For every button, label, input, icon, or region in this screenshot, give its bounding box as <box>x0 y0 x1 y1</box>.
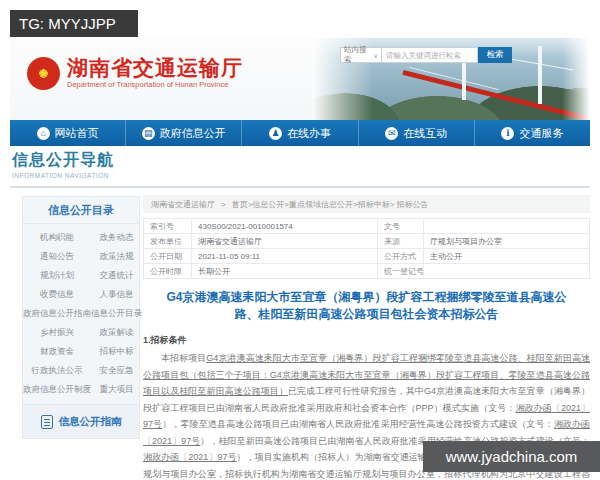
breadcrumb-separator: > <box>221 200 226 209</box>
info-icon: ℹ <box>501 127 514 140</box>
meta-label: 文号 <box>378 219 424 234</box>
chevron-down-icon: ∨ <box>374 52 378 59</box>
info-directory-sidebar: 信息公开目录 机构职能 政务动态 通知公告 政策法规 规划计划 交通统计 收费信… <box>22 196 140 408</box>
sidebar-item-gov-news[interactable]: 政务动态 <box>91 228 142 247</box>
article-section-heading: 1.招标条件 <box>143 334 590 347</box>
meta-label: 统一登记号 <box>378 264 424 279</box>
nav-item-interaction[interactable]: ✉ 在线互动 <box>358 120 474 146</box>
sidebar-item-fees[interactable]: 收费信息 <box>23 285 91 304</box>
nav-item-home[interactable]: ⌂ 网站首页 <box>10 120 125 146</box>
sidebar-item-disclosure-guide[interactable]: 政府信息公开指南 <box>23 304 91 323</box>
sidebar-item-disclosure-directory[interactable]: 信息公开目录 <box>91 304 142 323</box>
info-nav-title-en: INFORMATION NAVIGATION <box>12 172 114 179</box>
sidebar-item-fiscal-funds[interactable]: 财政资金 <box>23 342 91 361</box>
nav-label: 交通服务 <box>519 126 563 141</box>
person-icon: ♟ <box>269 127 282 140</box>
chat-icon: ✉ <box>385 127 398 140</box>
org-name-cn: 湖南省交通运输厅 <box>67 56 243 80</box>
meta-label: 公开方式 <box>378 249 424 264</box>
sidebar-item-policies[interactable]: 政策法规 <box>91 247 142 266</box>
info-nav-heading: 信息公开导航 INFORMATION NAVIGATION <box>12 150 114 179</box>
table-row: 公开时限 长期公开 统一登记号 <box>144 264 590 279</box>
search-input[interactable] <box>382 47 478 63</box>
org-name-en: Department of Transportation of Hunan Pr… <box>67 80 243 90</box>
nav-label: 在线互动 <box>403 126 447 141</box>
meta-value-source: 厅规划与项目办公室 <box>424 234 590 249</box>
nav-item-traffic-service[interactable]: ℹ 交通服务 <box>474 120 590 146</box>
meta-label: 来源 <box>378 234 424 249</box>
sidebar-item-disclosure-system[interactable]: 政府信息公开制度 <box>23 380 91 399</box>
site-search: 站内搜索 ∨ 检索 <box>340 47 512 63</box>
doc-number-link[interactable]: 湘政办函〔2021〕97号 <box>143 452 237 462</box>
telegram-watermark: TG: MYYJJPP <box>10 10 138 37</box>
meta-label: 公开时限 <box>144 264 192 279</box>
article-title: G4京港澳高速耒阳大市至宜章（湘粤界）段扩容工程捆绑零陵至道县高速公路、桂阳至新… <box>143 289 590 323</box>
meta-value-publisher: 湖南省交通运输厅 <box>192 234 378 249</box>
guide-document-icon <box>41 415 53 429</box>
sidebar-item-safety-emergency[interactable]: 安全应急 <box>91 361 142 380</box>
meta-value-publish-term: 长期公开 <box>192 264 378 279</box>
meta-value-doc-number <box>424 219 590 234</box>
meta-value-publish-date: 2021-11-05 09:11 <box>192 249 378 264</box>
search-button[interactable]: 检索 <box>478 47 512 63</box>
table-row: 索引号 430S00/2021-0010001574 文号 <box>144 219 590 234</box>
meta-label: 公开日期 <box>144 249 192 264</box>
sidebar-item-org-functions[interactable]: 机构职能 <box>23 228 91 247</box>
sidebar-item-notices[interactable]: 通知公告 <box>23 247 91 266</box>
meta-value-publish-method: 主动公开 <box>424 249 590 264</box>
sidebar-item-traffic-stats[interactable]: 交通统计 <box>91 266 142 285</box>
site-watermark: www.jyadchina.com <box>423 441 600 472</box>
meta-label: 发布单位 <box>144 234 192 249</box>
breadcrumb: 湖南省交通运输厅 > 首页>信息公开>重点领域信息公开>招标中标> 招标公告 <box>143 195 590 213</box>
search-scope-label: 站内搜索 <box>344 45 374 65</box>
national-emblem-icon: ★ <box>27 57 60 90</box>
breadcrumb-path[interactable]: 首页>信息公开>重点领域信息公开>招标中标> 招标公告 <box>232 199 429 210</box>
meta-value-registration-number <box>424 264 590 279</box>
sidebar-items: 机构职能 政务动态 通知公告 政策法规 规划计划 交通统计 收费信息 人事信息 … <box>23 224 139 407</box>
document-icon: ▤ <box>142 127 155 140</box>
info-nav-title-cn: 信息公开导航 <box>12 150 114 171</box>
section-divider <box>10 186 590 188</box>
nav-item-gov-info[interactable]: ▤ 政府信息公开 <box>125 120 241 146</box>
sidebar-item-rural-revitalization[interactable]: 乡村振兴 <box>23 323 91 342</box>
nav-label: 政府信息公开 <box>160 126 226 141</box>
main-content: 湖南省交通运输厅 > 首页>信息公开>重点领域信息公开>招标中标> 招标公告 索… <box>143 195 590 480</box>
sidebar-title: 信息公开目录 <box>23 197 139 224</box>
breadcrumb-site[interactable]: 湖南省交通运输厅 <box>151 199 215 210</box>
main-nav: ⌂ 网站首页 ▤ 政府信息公开 ♟ 在线办事 ✉ 在线互动 ℹ 交通服务 <box>10 120 590 146</box>
nav-label: 在线办事 <box>287 126 331 141</box>
table-row: 公开日期 2021-11-05 09:11 公开方式 主动公开 <box>144 249 590 264</box>
nav-label: 网站首页 <box>55 126 99 141</box>
sidebar-item-law-enforcement[interactable]: 行政执法公示 <box>23 361 91 380</box>
home-icon: ⌂ <box>37 127 50 140</box>
guide-label: 信息公开指南 <box>59 415 122 429</box>
sidebar-item-major-projects[interactable]: 重大项目 <box>91 380 142 399</box>
body-text-segment: ），零陵至道县高速公路项目已由湖南省人民政府批准采用经营性高速公路投资方式建设（… <box>162 419 553 429</box>
document-meta-table: 索引号 430S00/2021-0010001574 文号 发布单位 湖南省交通… <box>143 218 590 279</box>
sidebar-item-bidding[interactable]: 招标中标 <box>91 342 142 361</box>
table-row: 发布单位 湖南省交通运输厅 来源 厅规划与项目办公室 <box>144 234 590 249</box>
disclosure-guide-link[interactable]: 信息公开指南 <box>22 404 140 439</box>
site-header: ★ 湖南省交通运输厅 Department of Transportation … <box>10 38 590 120</box>
sidebar-item-policy-interpretation[interactable]: 政策解读 <box>91 323 142 342</box>
site-logo-link[interactable]: ★ 湖南省交通运输厅 Department of Transportation … <box>27 56 243 90</box>
search-scope-dropdown[interactable]: 站内搜索 ∨ <box>340 47 382 63</box>
meta-label: 索引号 <box>144 219 192 234</box>
body-text-segment: 本招标项目 <box>161 353 206 363</box>
meta-value-index-number: 430S00/2021-0010001574 <box>192 219 378 234</box>
sidebar-item-plans[interactable]: 规划计划 <box>23 266 91 285</box>
nav-item-online-service[interactable]: ♟ 在线办事 <box>241 120 357 146</box>
sidebar-item-hr[interactable]: 人事信息 <box>91 285 142 304</box>
